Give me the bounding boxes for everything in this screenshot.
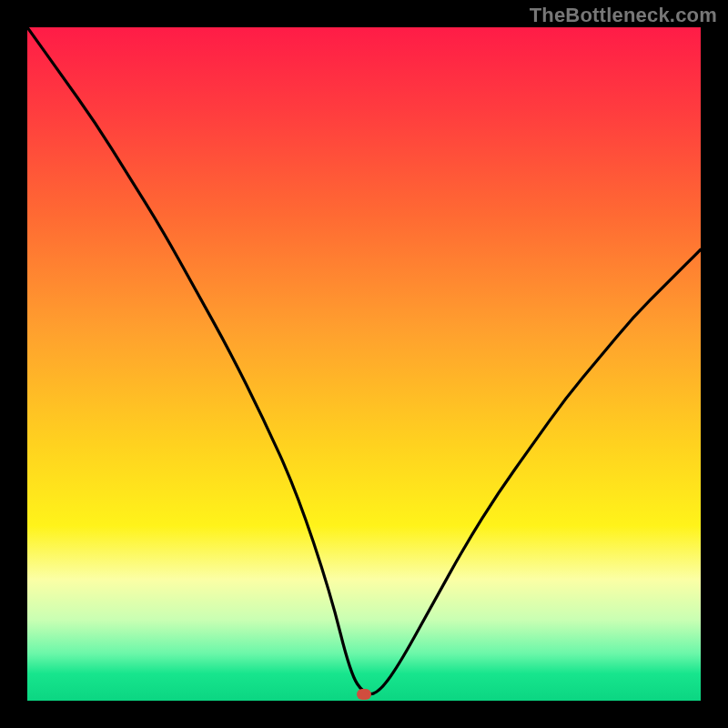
plot-area: [27, 27, 701, 701]
attribution-label: TheBottleneck.com: [530, 4, 717, 27]
chart-frame: TheBottleneck.com: [0, 0, 728, 728]
bottleneck-curve: [27, 27, 701, 701]
optimal-marker: [357, 689, 371, 700]
